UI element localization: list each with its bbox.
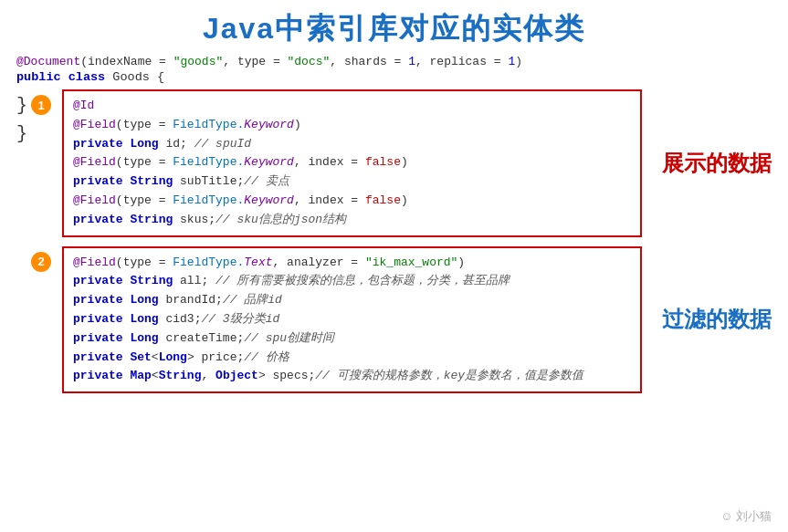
code-line-1-5: private String subTitle;// 卖点: [73, 172, 631, 192]
content-area: } } 1 @Id @Field(type = FieldType.Keywor…: [16, 89, 772, 393]
code-line-1-6: @Field(type = FieldType.Keyword, index =…: [73, 192, 631, 211]
code-line-2-2: private String all; // 所有需要被搜索的信息，包含标题，分…: [73, 272, 631, 291]
code-line-2-3: private Long brandId;// 品牌id: [73, 291, 631, 310]
code-line-2-4: private Long cid3;// 3级分类id: [73, 310, 631, 329]
page-wrapper: Java中索引库对应的实体类 @Document(indexName = "go…: [0, 0, 788, 532]
brace-1: }: [16, 91, 27, 120]
label-section-2: 过滤的数据: [662, 305, 772, 334]
badge-1: 1: [31, 95, 51, 115]
document-annotation: @Document(indexName = "goods", type = "d…: [16, 55, 772, 68]
code-line-1-1: @Id: [73, 97, 631, 116]
page-title: Java中索引库对应的实体类: [16, 9, 772, 49]
code-line-2-6: private Set<Long> price;// 价格: [73, 349, 631, 368]
code-line-2-1: @Field(type = FieldType.Text, analyzer =…: [73, 254, 631, 273]
left-braces: } }: [16, 89, 27, 393]
watermark: ☺ 刘小猫: [720, 508, 772, 525]
code-line-1-7: private String skus;// sku信息的json结构: [73, 211, 631, 230]
annotation-at: @Document: [16, 55, 80, 68]
class-declaration: public class Goods {: [16, 70, 772, 84]
section-1-code-box: @Id @Field(type = FieldType.Keyword) pri…: [62, 89, 642, 237]
code-line-2-7: private Map<String, Object> specs;// 可搜索…: [73, 367, 631, 386]
code-line-1-4: @Field(type = FieldType.Keyword, index =…: [73, 153, 631, 172]
label-section-1: 展示的数据: [662, 149, 772, 178]
brace-2: }: [16, 120, 27, 148]
watermark-icon: ☺: [720, 509, 736, 523]
section-1-row: 1 @Id @Field(type = FieldType.Keyword) p…: [31, 89, 772, 237]
class-keyword: class: [68, 70, 106, 84]
code-line-1-3: private Long id; // spuId: [73, 135, 631, 154]
section-2-row: 2 @Field(type = FieldType.Text, analyzer…: [31, 246, 772, 394]
sections-wrapper: 1 @Id @Field(type = FieldType.Keyword) p…: [31, 89, 772, 393]
public-keyword: public: [16, 70, 61, 84]
section-2-code-box: @Field(type = FieldType.Text, analyzer =…: [62, 246, 642, 394]
badge-2: 2: [31, 252, 51, 272]
code-line-2-5: private Long createTime;// spu创建时间: [73, 329, 631, 349]
code-line-1-2: @Field(type = FieldType.Keyword): [73, 116, 631, 135]
